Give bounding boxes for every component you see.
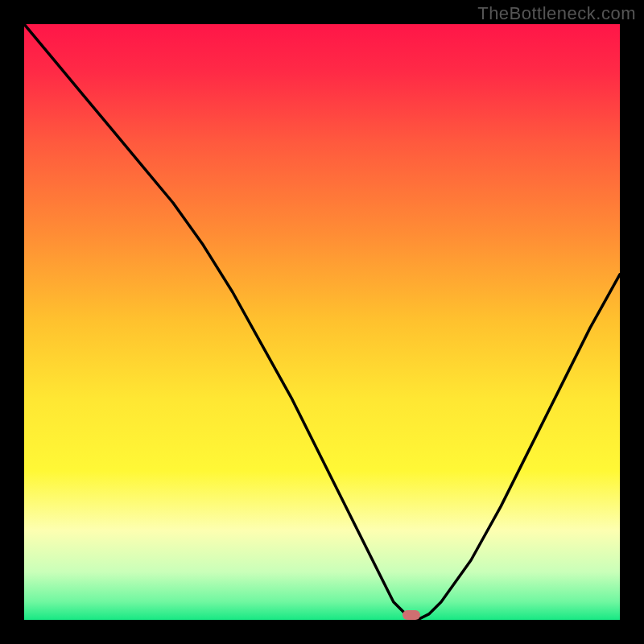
gradient-background xyxy=(24,24,620,620)
chart-frame: TheBottleneck.com xyxy=(0,0,644,644)
chart-svg xyxy=(24,24,620,620)
watermark-text: TheBottleneck.com xyxy=(477,3,636,24)
plot-area xyxy=(24,24,620,620)
minimum-marker xyxy=(402,610,420,620)
